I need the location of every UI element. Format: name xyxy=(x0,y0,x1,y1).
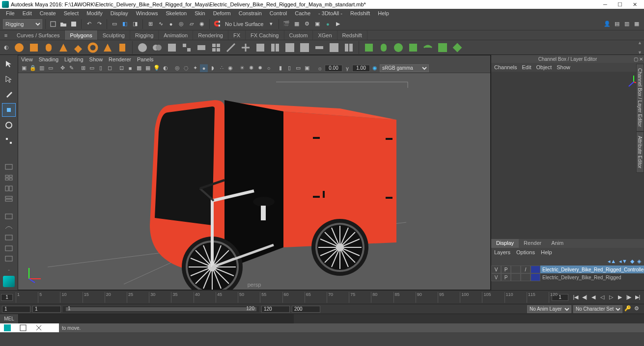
vp-menu-lighting[interactable]: Lighting xyxy=(64,56,84,62)
vp-wireframe-shaded-icon[interactable]: ▯ xyxy=(285,64,293,72)
vp-isolate-icon[interactable]: ◎ xyxy=(173,64,181,72)
vp-menu-shading[interactable]: Shading xyxy=(39,56,58,62)
shelf-scroll-down-icon[interactable]: ▼ xyxy=(638,50,642,55)
lasso-tool[interactable] xyxy=(2,72,16,85)
vp-image-plane-icon[interactable]: ▭ xyxy=(47,64,55,72)
vp-color-mgmt-icon[interactable]: ◉ xyxy=(371,64,379,72)
minimize-button[interactable]: ─ xyxy=(598,0,613,9)
layer-shade-cell[interactable]: / xyxy=(521,266,531,273)
mirror-icon[interactable] xyxy=(269,41,281,54)
hypershade-icon[interactable]: ● xyxy=(323,20,332,28)
layer-v-cell[interactable]: V xyxy=(491,273,501,281)
vp-grease-icon[interactable]: ✎ xyxy=(67,64,75,72)
multicut-icon[interactable] xyxy=(224,41,237,54)
vp-menu-renderer[interactable]: Renderer xyxy=(109,56,131,62)
layer-tab-anim[interactable]: Anim xyxy=(546,239,568,248)
select-component-icon[interactable]: ◨ xyxy=(131,20,140,28)
separate-icon[interactable] xyxy=(151,41,164,54)
shelf-tab-animation[interactable]: Animation xyxy=(159,30,193,40)
shelf-tab-redshift[interactable]: Redshift xyxy=(337,30,367,40)
layer-new-selected-icon[interactable]: ◈ xyxy=(637,258,641,265)
panel-close-icon[interactable]: ✕ xyxy=(639,56,643,62)
vp-flat-light-icon[interactable]: ○ xyxy=(265,64,273,72)
layout-four-icon[interactable] xyxy=(4,174,14,182)
snap-grid-icon[interactable]: ⊞ xyxy=(146,20,155,28)
extrude-icon[interactable] xyxy=(180,41,193,54)
vp-2d-pan-icon[interactable]: ✥ xyxy=(58,64,66,72)
render-settings-icon[interactable]: ⚙ xyxy=(303,20,311,28)
layer-shade-cell[interactable] xyxy=(521,273,531,281)
snap-point-icon[interactable]: ● xyxy=(167,20,175,28)
cmd-input[interactable] xyxy=(19,314,294,323)
shelf-scroll-up-icon[interactable]: ▲ xyxy=(638,40,642,45)
layer-move-up-icon[interactable]: ◂▲ xyxy=(608,258,616,265)
uv-spherical-icon[interactable] xyxy=(392,41,405,54)
shelf-tab-rendering[interactable]: Rendering xyxy=(193,30,228,40)
new-scene-icon[interactable] xyxy=(49,20,57,28)
outliner-toggle-icon[interactable] xyxy=(4,213,14,220)
vp-multisample-icon[interactable]: ∴ xyxy=(218,64,225,72)
open-scene-icon[interactable] xyxy=(59,20,68,28)
go-start-icon[interactable]: |◀ xyxy=(571,293,580,302)
vtab-attribute-editor[interactable]: Attribute Editor xyxy=(636,132,644,173)
shelf-tab-fx[interactable]: FX xyxy=(228,30,246,40)
snap-center-icon[interactable]: ◎ xyxy=(177,20,186,28)
minus-icon[interactable]: - xyxy=(4,266,14,273)
channel-box-area[interactable] xyxy=(491,72,644,239)
vp-resolution-gate-icon[interactable]: ▯ xyxy=(97,64,105,72)
quad-draw-icon[interactable] xyxy=(342,41,355,54)
time-current-start[interactable] xyxy=(1,294,13,301)
close-button[interactable]: ✕ xyxy=(627,0,642,9)
vp-shaded-icon[interactable]: ■ xyxy=(126,64,134,72)
shelf-tab-xgen[interactable]: XGen xyxy=(313,30,337,40)
collapse-icon[interactable] xyxy=(328,41,340,54)
vp-textured-icon[interactable]: ▦ xyxy=(144,64,152,72)
cmd-language-label[interactable]: MEL xyxy=(0,314,19,323)
menu-modify[interactable]: Modify xyxy=(83,9,106,17)
vp-exposure-value[interactable]: 0.00 xyxy=(325,65,342,72)
scale-tool[interactable] xyxy=(2,134,16,147)
vp-lights-icon[interactable]: 💡 xyxy=(153,64,161,72)
graph-toggle-icon[interactable] xyxy=(4,223,14,231)
menu-redshift[interactable]: Redshift xyxy=(346,9,374,17)
save-scene-icon[interactable] xyxy=(69,20,78,28)
taskbar-maya-icon[interactable] xyxy=(4,324,11,331)
vp-menu-show[interactable]: Show xyxy=(89,56,103,62)
menu-help[interactable]: Help xyxy=(374,9,393,17)
toggle-shelf-icon[interactable]: ▤ xyxy=(613,20,621,28)
layer-row[interactable]: VP/Electric_Delivery_Bike_Red_Rigged_Con… xyxy=(491,266,644,273)
vp-grid-icon[interactable]: ⊞ xyxy=(79,64,87,72)
menuset-dropdown[interactable]: Rigging xyxy=(3,19,42,29)
poly-cube-icon[interactable] xyxy=(28,41,40,54)
range-bar[interactable]: 1 120 xyxy=(63,306,259,312)
play-back-icon[interactable]: ◁ xyxy=(598,293,607,302)
step-back-icon[interactable]: ◀ xyxy=(589,293,598,302)
select-tool[interactable] xyxy=(2,57,16,70)
vp-xray-joints-icon[interactable]: ✦ xyxy=(191,64,199,72)
layer-menu-help[interactable]: Help xyxy=(541,249,552,255)
uv-cylindrical-icon[interactable] xyxy=(377,41,390,54)
anim-layer-dropdown[interactable]: No Anim Layer xyxy=(527,305,571,313)
uv-planar-icon[interactable] xyxy=(363,41,375,54)
vp-motion-blur-icon[interactable]: ◗ xyxy=(209,64,217,72)
channel-menu-edit[interactable]: Edit xyxy=(522,64,531,70)
render-view-icon[interactable]: ▣ xyxy=(313,20,322,28)
vp-shaded-wire-icon[interactable]: ▩ xyxy=(135,64,143,72)
layer-move-down-icon[interactable]: ◂▼ xyxy=(619,258,627,265)
select-hierarchy-icon[interactable]: ▭ xyxy=(110,20,119,28)
step-fwd-icon[interactable]: ▶ xyxy=(616,293,624,302)
vp-menu-panels[interactable]: Panels xyxy=(137,56,154,62)
shelf-tab-sculpting[interactable]: Sculpting xyxy=(98,30,130,40)
menu-constrain[interactable]: Constrain xyxy=(235,9,266,17)
vp-wireframe-icon[interactable]: ⊡ xyxy=(117,64,125,72)
live-dropdown-icon[interactable]: ▾ xyxy=(267,20,276,28)
layer-tab-display[interactable]: Display xyxy=(491,239,519,248)
poly-pipe-icon[interactable] xyxy=(116,41,129,54)
shelf-tab-curves-surfaces[interactable]: Curves / Surfaces xyxy=(12,30,65,40)
layer-tab-render[interactable]: Render xyxy=(519,239,546,248)
prefs-icon[interactable]: ⚙ xyxy=(634,305,642,313)
taskbar-window-icon[interactable] xyxy=(20,324,27,331)
vp-xray-icon[interactable]: ◌ xyxy=(182,64,190,72)
vp-bookmarks-icon[interactable]: ▥ xyxy=(38,64,46,72)
go-end-icon[interactable]: ▶| xyxy=(633,293,642,302)
